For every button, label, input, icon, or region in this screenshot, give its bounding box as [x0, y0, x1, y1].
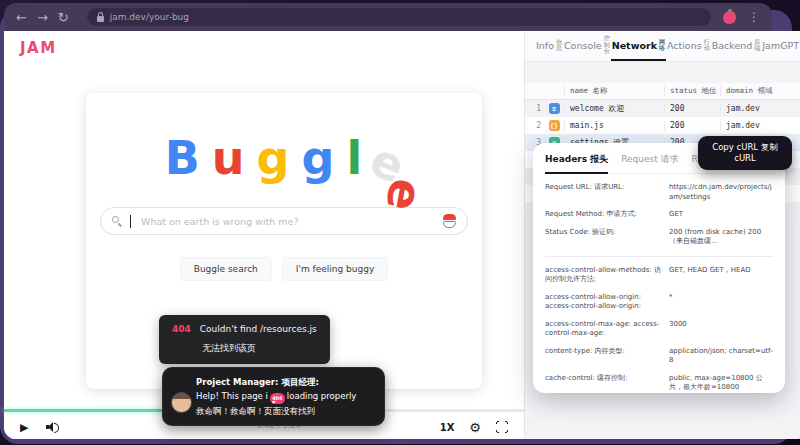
col-status: status 地位 [664, 86, 720, 96]
jam-extension-icon[interactable] [723, 11, 736, 24]
comment-author: Project Manager: 项目经理: [196, 375, 374, 389]
playback-speed-button[interactable]: 1X [440, 422, 455, 433]
volume-icon[interactable] [46, 422, 60, 433]
search-input[interactable] [139, 215, 435, 228]
settings-gear-icon[interactable]: ⚙ [469, 421, 481, 434]
url-text: jam.dev/your-bug [110, 12, 189, 22]
text-cursor [130, 215, 131, 228]
request-detail-card: Copy cURL 复制 cURL Headers 报头 Request 请求 … [533, 143, 785, 393]
network-table-header: name 名称 status 地位 domain 领域 [525, 83, 800, 100]
tab-console[interactable]: Console 控制台 [563, 31, 611, 61]
comment-bubble[interactable]: Project Manager: 项目经理: Help! This page i… [162, 367, 385, 426]
buggle-search-button[interactable]: Buggle search [180, 257, 272, 281]
app-window: ← → ↻ jam.dev/your-bug ⋮ JAM B u g g l e… [4, 3, 772, 439]
app-body: JAM B u g g l e e Buggl [4, 31, 772, 439]
table-row[interactable]: 2 {} main.js 200 jam.dev [525, 117, 800, 134]
kebab-menu-icon[interactable]: ⋮ [748, 10, 760, 24]
header-row: access-control-max-age: access-control-m… [545, 320, 773, 339]
logo-letter: g [256, 135, 287, 181]
tab-info[interactable]: Info 信息 [535, 31, 563, 61]
request-icon: {} [549, 120, 560, 131]
devtools-panel: Info 信息 Console 控制台 Network 网络 Actions 行… [524, 31, 800, 439]
tab-network[interactable]: Network 网络 [611, 31, 666, 61]
header-row: access-control-allow-origin: access-cont… [545, 293, 773, 312]
header-row: Request Method: 申请方式:GET [545, 210, 773, 220]
search-icon [112, 216, 122, 226]
feeling-buggy-button[interactable]: I'm feeling buggy [282, 257, 388, 281]
tab-jamgpt[interactable]: JamGPT [761, 31, 800, 61]
col-name: name 名称 [564, 86, 664, 96]
logo-letter: u [212, 135, 243, 181]
tab-backend[interactable]: Backend 后端 [711, 31, 762, 61]
forward-icon[interactable]: → [37, 11, 48, 24]
search-box[interactable] [100, 207, 468, 235]
error-code: 404 [172, 324, 191, 334]
badge-404-icon: 404 [270, 393, 285, 404]
jam-brand-logo: JAM [20, 39, 57, 57]
comment-line1: Help! This page i404loading properly [196, 389, 374, 404]
tab-actions[interactable]: Actions 行动 [666, 31, 711, 61]
logo-letter: g [301, 135, 332, 181]
search-buttons: Buggle search I'm feeling buggy [86, 257, 482, 281]
copy-curl-button[interactable]: Copy cURL 复制 cURL [698, 136, 792, 170]
divider [545, 256, 773, 257]
play-button[interactable]: ▶ [20, 421, 28, 434]
lock-icon [97, 16, 104, 22]
header-row: Request URL: 请求URL:https://cdn.jam.dev/p… [545, 183, 773, 202]
table-row[interactable]: 1 ≡ welcome 欢迎 200 jam.dev [525, 100, 800, 117]
logo-letter: l [346, 135, 360, 181]
fullscreen-icon[interactable] [496, 421, 508, 433]
error-message-zh: 无法找到该页 [202, 342, 317, 355]
page-viewport: JAM B u g g l e e Buggl [4, 31, 524, 439]
avatar [171, 392, 192, 413]
tab-headers[interactable]: Headers 报头 [545, 153, 608, 166]
reload-icon[interactable]: ↻ [58, 11, 69, 24]
header-row: access-control-allow-methods: 访问控制允许方法:G… [545, 266, 773, 285]
logo-letter: B [165, 135, 198, 181]
bug-icon[interactable] [443, 214, 456, 228]
browser-chrome: ← → ↻ jam.dev/your-bug ⋮ [4, 3, 772, 31]
back-icon[interactable]: ← [16, 11, 27, 24]
error-message: Couldn't find /resources.js [200, 324, 317, 334]
col-domain: domain 领域 [720, 86, 800, 96]
header-row: cache-control: 缓存控制:public, max-age=1080… [545, 374, 773, 393]
devtools-tabbar: Info 信息 Console 控制台 Network 网络 Actions 行… [525, 31, 800, 62]
header-row: content-type: 内容类型:application/json; cha… [545, 347, 773, 366]
header-row: Status Code: 验证码:200 (from disk cache) 2… [545, 228, 773, 247]
comment-line2: 救命啊！救命啊！页面没有找到 [196, 404, 374, 418]
url-bar[interactable]: jam.dev/your-bug [87, 8, 711, 26]
error-toast: 404 Couldn't find /resources.js 无法找到该页 [159, 315, 330, 364]
tab-request[interactable]: Request 请求 [621, 153, 678, 166]
request-icon: ≡ [549, 103, 560, 114]
buggle-logo: B u g g l e e [165, 135, 404, 181]
